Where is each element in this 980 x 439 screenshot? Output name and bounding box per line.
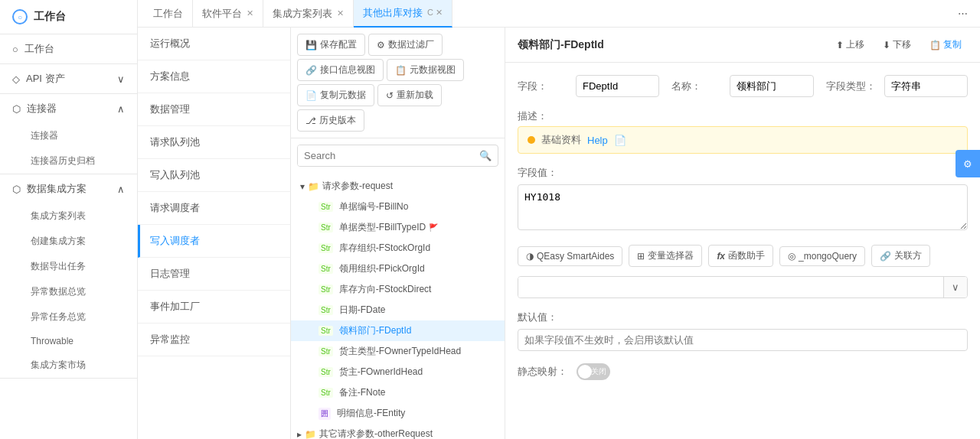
default-input[interactable] bbox=[518, 329, 968, 351]
tree-item-fdate[interactable]: Str 日期-FDate bbox=[291, 300, 505, 320]
content-area: 运行概况 方案信息 数据管理 请求队列池 写入队列池 请求调度者 写入调度者 日… bbox=[138, 28, 980, 439]
tabs-more-btn[interactable]: ⋯ bbox=[952, 8, 974, 19]
connector-icon: ⬡ bbox=[12, 103, 21, 115]
sidebar-item-exception-task[interactable]: 异常任务总览 bbox=[0, 304, 137, 330]
sidebar-item-market[interactable]: 集成方案市场 bbox=[0, 353, 137, 378]
qeasy-smartaides-button[interactable]: ◑ QEasy SmartAides bbox=[518, 246, 622, 266]
tree-item-fdeptid[interactable]: Str 领料部门-FDeptId bbox=[291, 320, 505, 341]
sidebar-item-connector-history[interactable]: 连接器历史归档 bbox=[0, 148, 137, 174]
left-panel-item-log[interactable]: 日志管理 bbox=[138, 258, 290, 291]
sidebar: ○ 工作台 ○ 工作台 ◇ API 资产 ∨ bbox=[0, 0, 138, 439]
desc-dot bbox=[528, 136, 535, 144]
reload-button[interactable]: ↺ 重新加载 bbox=[377, 84, 442, 106]
left-panel-item-overview[interactable]: 运行概况 bbox=[138, 28, 290, 60]
copy-field-button[interactable]: 📋 复制 bbox=[923, 35, 968, 54]
tree-label: 日期-FDate bbox=[339, 304, 386, 317]
search-input[interactable] bbox=[298, 145, 473, 166]
meta-view-button[interactable]: 📋 元数据视图 bbox=[387, 59, 464, 81]
sidebar-item-api[interactable]: ◇ API 资产 ∨ bbox=[0, 64, 137, 93]
tree-item-fbilltypeid[interactable]: Str 单据类型-FBillTypeID 🚩 bbox=[291, 217, 505, 238]
left-panel-item-write-queue[interactable]: 写入队列池 bbox=[138, 159, 290, 192]
tab-solution-list[interactable]: 集成方案列表 ✕ bbox=[263, 0, 354, 28]
tree-item-fbillno[interactable]: Str 单据编号-FBillNo bbox=[291, 197, 505, 217]
help-link[interactable]: Help bbox=[587, 135, 608, 146]
static-map-toggle[interactable]: 关闭 bbox=[577, 363, 610, 380]
tab-close-software[interactable]: ✕ bbox=[247, 8, 253, 18]
expr-input-row: ∨ bbox=[518, 276, 968, 298]
function-helper-button[interactable]: fx 函数助手 bbox=[708, 245, 773, 267]
tree-label: 领料部门-FDeptId bbox=[339, 324, 412, 337]
type-badge: 囲 bbox=[318, 408, 331, 420]
history-label: 历史版本 bbox=[319, 114, 356, 127]
sidebar-item-label: 连接器 bbox=[27, 102, 57, 115]
tree-item-fownerid[interactable]: Str 货主-FOwnerIdHead bbox=[291, 362, 505, 382]
sidebar-item-connector-list[interactable]: 连接器 bbox=[0, 123, 137, 148]
left-panel-item-exception-monitor[interactable]: 异常监控 bbox=[138, 324, 290, 356]
left-panel-item-request-scheduler[interactable]: 请求调度者 bbox=[138, 192, 290, 225]
left-panel-item-data[interactable]: 数据管理 bbox=[138, 93, 290, 126]
mongo-query-button[interactable]: ◎ _mongoQuery bbox=[779, 246, 865, 266]
name-input[interactable] bbox=[730, 75, 813, 97]
type-badge: Str bbox=[318, 223, 333, 233]
default-row: 默认值： bbox=[518, 311, 968, 351]
tree-item-fownertype[interactable]: Str 货主类型-FOwnerTypeIdHead bbox=[291, 341, 505, 362]
expr-input[interactable] bbox=[518, 277, 943, 298]
data-filter-button[interactable]: ⚙ 数据过滤厂 bbox=[368, 34, 443, 56]
tree-item-fstockdirect[interactable]: Str 库存方向-FStockDirect bbox=[291, 279, 505, 300]
save-config-button[interactable]: 💾 保存配置 bbox=[297, 34, 365, 56]
interface-view-button[interactable]: 🔗 接口信息视图 bbox=[297, 59, 384, 81]
field-row: 字段： 名称： 字段类型： bbox=[518, 75, 968, 97]
arrow-down-icon: ⬇ bbox=[883, 40, 890, 50]
move-down-button[interactable]: ⬇ 下移 bbox=[877, 35, 917, 54]
tree-item-fnote[interactable]: Str 备注-FNote bbox=[291, 382, 505, 403]
tree-item-fentity[interactable]: 囲 明细信息-FEntity bbox=[291, 403, 505, 424]
copy-meta-button[interactable]: 📄 复制元数据 bbox=[297, 84, 374, 106]
sidebar-item-connector[interactable]: ⬡ 连接器 ∧ bbox=[0, 94, 137, 123]
tree-label: 备注-FNote bbox=[339, 386, 386, 399]
tree-label: 明细信息-FEntity bbox=[337, 407, 405, 420]
left-panel-item-write-scheduler[interactable]: 写入调度者 bbox=[138, 225, 290, 258]
left-panel-item-request-queue[interactable]: 请求队列池 bbox=[138, 126, 290, 159]
sidebar-item-export-task[interactable]: 数据导出任务 bbox=[0, 254, 137, 279]
tree-item-request-params[interactable]: ▾ 📁 请求参数-request bbox=[291, 176, 505, 197]
sidebar-item-solution-list[interactable]: 集成方案列表 bbox=[0, 203, 137, 229]
left-panel-item-event-factory[interactable]: 事件加工厂 bbox=[138, 291, 290, 324]
datasolution-icon: ⬡ bbox=[12, 184, 21, 195]
tab-workbench[interactable]: 工作台 bbox=[144, 0, 193, 28]
tab-other-outbound[interactable]: 其他出库对接 C ✕ bbox=[354, 0, 452, 28]
mongo-icon: ◎ bbox=[788, 251, 795, 262]
tree-item-fstockorgid[interactable]: Str 库存组织-FStockOrgId bbox=[291, 238, 505, 259]
left-panel-item-info[interactable]: 方案信息 bbox=[138, 60, 290, 93]
sidebar-item-create-solution[interactable]: 创建集成方案 bbox=[0, 229, 137, 254]
static-map-row: 静态映射： 关闭 bbox=[518, 363, 968, 380]
expr-dropdown-btn[interactable]: ∨ bbox=[943, 277, 967, 298]
variable-selector-button[interactable]: ⊞ 变量选择器 bbox=[629, 245, 702, 267]
tree-label: 库存方向-FStockDirect bbox=[339, 283, 432, 296]
tab-label: 软件平台 bbox=[202, 7, 242, 21]
field-input[interactable] bbox=[576, 75, 659, 97]
sidebar-item-throwable[interactable]: Throwable bbox=[0, 330, 137, 353]
sidebar-item-exception-data[interactable]: 异常数据总览 bbox=[0, 279, 137, 304]
sidebar-item-workbench[interactable]: ○ 工作台 bbox=[0, 34, 137, 63]
sidebar-item-label: 数据集成方案 bbox=[27, 182, 87, 196]
type-badge: Str bbox=[318, 367, 333, 377]
tab-software[interactable]: 软件平台 ✕ bbox=[193, 0, 263, 28]
chevron-icon: ∨ bbox=[117, 73, 125, 85]
settings-gear-button[interactable]: ⚙ bbox=[956, 150, 980, 177]
tree-label: 货主-FOwnerIdHead bbox=[339, 366, 423, 379]
move-up-button[interactable]: ⬆ 上移 bbox=[830, 35, 871, 54]
fx-label: 函数助手 bbox=[728, 249, 765, 262]
tree-item-other-request[interactable]: ▸ 📁 其它请求参数-otherRequest bbox=[291, 424, 505, 439]
right-panel-actions: ⬆ 上移 ⬇ 下移 📋 复制 bbox=[830, 35, 968, 54]
search-icon[interactable]: 🔍 bbox=[473, 145, 498, 166]
tree-item-fpickorgid[interactable]: Str 领用组织-FPickOrgId bbox=[291, 259, 505, 279]
history-button[interactable]: ⎇ 历史版本 bbox=[297, 109, 364, 132]
type-input[interactable] bbox=[884, 75, 968, 97]
field-label: 字段： bbox=[518, 80, 564, 93]
field-value-textarea[interactable]: HY1018 bbox=[518, 184, 968, 230]
tabs-bar: 工作台 软件平台 ✕ 集成方案列表 ✕ 其他出库对接 C ✕ ⋯ bbox=[138, 0, 980, 28]
associate-button[interactable]: 🔗 关联方 bbox=[871, 245, 930, 267]
sidebar-item-datasolution[interactable]: ⬡ 数据集成方案 ∧ bbox=[0, 174, 137, 203]
tab-close-solution[interactable]: ✕ bbox=[337, 8, 344, 18]
tab-close-other[interactable]: C ✕ bbox=[427, 8, 443, 18]
